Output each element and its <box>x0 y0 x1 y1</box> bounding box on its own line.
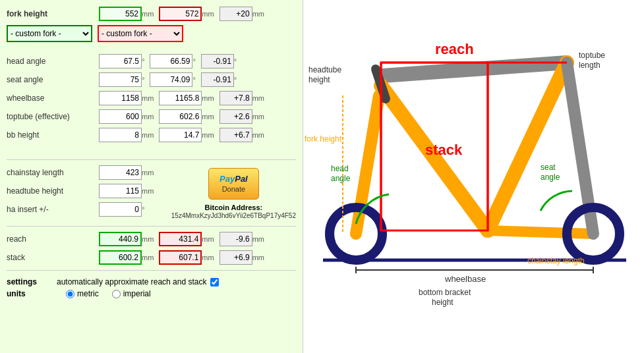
settings-text: automatically approximate reach and stac… <box>57 277 206 286</box>
metric-label[interactable]: metric <box>66 289 99 298</box>
seat-angle-label: seat angle <box>7 75 99 84</box>
bb-height-unit1: mm <box>142 131 154 139</box>
seat-angle-row: seat angle ° ° ° <box>7 72 296 87</box>
paypal-pal-label: Pal <box>235 174 248 184</box>
toptube-unit3: mm <box>252 113 264 121</box>
reach-unit2: mm <box>202 235 214 243</box>
reach-input1 <box>99 232 142 246</box>
svg-text:reach: reach <box>435 41 474 57</box>
wheelbase-unit3: mm <box>252 94 264 102</box>
imperial-text: imperial <box>123 289 151 298</box>
chainstay-row: chainstay length mm <box>7 165 165 180</box>
chainstay-unit: mm <box>142 169 154 176</box>
wheelbase-diff <box>220 91 252 105</box>
fork-select-row: - custom fork - - custom fork - <box>7 25 296 42</box>
fork-height-label: fork height <box>7 9 99 18</box>
wheelbase-row: wheelbase mm mm mm <box>7 91 296 105</box>
headtube-input[interactable] <box>99 184 142 198</box>
units-row: units metric imperial <box>7 289 296 298</box>
chainstay-label: chainstay length <box>7 168 99 177</box>
fork-select2[interactable]: - custom fork - <box>98 25 183 42</box>
wheelbase-input1[interactable] <box>99 91 142 105</box>
ha-insert-label: ha insert +/- <box>7 205 99 214</box>
stack-diff <box>220 250 252 265</box>
seat-angle-diff <box>201 72 234 87</box>
svg-text:head: head <box>331 164 349 173</box>
bb-height-input2[interactable] <box>159 128 202 142</box>
svg-text:toptube: toptube <box>579 51 605 60</box>
bb-height-label: bb height <box>7 130 99 140</box>
bb-height-diff <box>220 128 252 142</box>
svg-text:headtube: headtube <box>308 65 341 74</box>
ha-insert-input[interactable] <box>99 202 142 217</box>
bike-diagram-svg: reach stack toptube length headtube heig… <box>303 0 639 353</box>
svg-text:angle: angle <box>541 173 560 182</box>
headtube-row: headtube height mm <box>7 184 165 198</box>
bb-height-row: bb height mm mm mm <box>7 128 296 142</box>
head-angle-input1[interactable] <box>99 54 142 68</box>
reach-input2 <box>159 232 202 246</box>
seat-angle-unit3: ° <box>234 76 237 84</box>
paypal-pay-label: Pay <box>220 174 235 184</box>
head-angle-diff <box>201 54 234 68</box>
head-angle-label: head angle <box>7 57 99 66</box>
fork-height-row: fork height 552 mm 572 mm +20 mm <box>7 7 296 21</box>
reach-diff <box>220 232 252 246</box>
svg-text:wheelbase: wheelbase <box>444 274 486 284</box>
svg-text:angle: angle <box>331 174 351 183</box>
fork-height-unit2: mm <box>202 10 214 18</box>
bitcoin-label: Bitcoin Address: <box>205 204 263 211</box>
toptube-label: toptube (effective) <box>7 112 99 121</box>
imperial-radio[interactable] <box>112 290 121 298</box>
chainstay-input[interactable] <box>99 165 142 180</box>
wheelbase-input2[interactable] <box>159 91 202 105</box>
fork-select1[interactable]: - custom fork - <box>7 25 92 42</box>
svg-text:length: length <box>579 61 600 70</box>
metric-text: metric <box>77 289 99 298</box>
wheelbase-unit1: mm <box>142 94 154 102</box>
svg-text:stack: stack <box>425 142 463 158</box>
svg-text:chainstay length: chainstay length <box>527 256 585 265</box>
svg-line-4 <box>488 231 593 234</box>
reach-row: reach mm mm mm <box>7 232 296 246</box>
left-panel: fork height 552 mm 572 mm +20 mm - custo… <box>0 0 303 353</box>
seat-angle-input1[interactable] <box>99 72 142 87</box>
stack-unit3: mm <box>252 254 264 261</box>
head-angle-unit1: ° <box>142 57 144 65</box>
headtube-unit: mm <box>142 187 154 195</box>
settings-checkbox[interactable] <box>210 278 219 286</box>
reach-label: reach <box>7 234 99 244</box>
seat-angle-input2[interactable] <box>150 72 192 87</box>
svg-text:bottom bracket: bottom bracket <box>419 288 471 297</box>
stack-row: stack mm mm mm <box>7 250 296 265</box>
settings-row: settings automatically approximate reach… <box>7 277 296 286</box>
bb-height-input1[interactable] <box>99 128 142 142</box>
head-angle-row: head angle ° ° ° <box>7 54 296 68</box>
stack-label: stack <box>7 253 99 262</box>
stack-unit2: mm <box>202 254 214 261</box>
toptube-diff <box>220 109 252 124</box>
metric-radio[interactable] <box>66 290 74 298</box>
head-angle-input2[interactable] <box>150 54 192 68</box>
fork-height-unit1: mm <box>142 10 154 18</box>
svg-text:height: height <box>308 75 330 84</box>
bitcoin-address: 15z4MmxKzyJd3hd6vYii2e6TBqP17y4F52 <box>171 212 296 219</box>
stack-input2 <box>159 250 202 265</box>
fork-height-unit3: mm <box>252 10 264 18</box>
imperial-label[interactable]: imperial <box>112 289 151 298</box>
toptube-input2[interactable] <box>159 109 202 124</box>
fork-height-input2[interactable]: 572 <box>159 7 202 21</box>
toptube-input1[interactable] <box>99 109 142 124</box>
headtube-label: headtube height <box>7 186 99 196</box>
paypal-button[interactable]: PayPal Donate <box>208 168 259 200</box>
reach-unit1: mm <box>142 235 154 243</box>
head-angle-unit2: ° <box>192 57 195 65</box>
fork-height-input1[interactable]: 552 <box>99 7 142 21</box>
bb-height-unit2: mm <box>202 131 214 139</box>
wheelbase-unit2: mm <box>202 94 214 102</box>
reach-unit3: mm <box>252 235 264 243</box>
toptube-row: toptube (effective) mm mm mm <box>7 109 296 124</box>
fork-height-diff: +20 <box>220 7 252 21</box>
stack-input1 <box>99 250 142 265</box>
ha-insert-unit: ° <box>142 205 144 213</box>
